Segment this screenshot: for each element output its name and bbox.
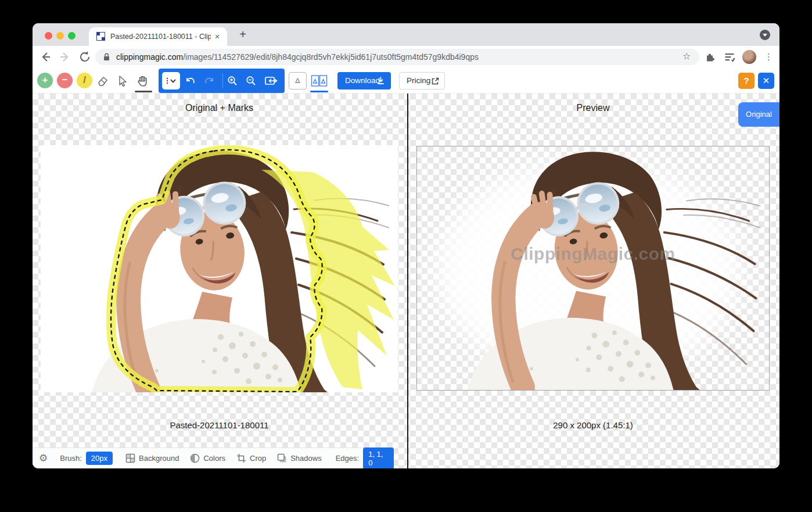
editor-close-button[interactable]: ✕ [758, 73, 774, 89]
redo-icon[interactable] [204, 75, 215, 87]
brush-label: Brush: [60, 454, 82, 463]
editor-menu-button[interactable] [162, 72, 180, 89]
url-path: /images/114527629/edit/8jh84gcjq8rd5vh7e… [183, 52, 479, 62]
zoom-fit-icon[interactable] [264, 75, 278, 87]
traffic-zoom-button[interactable] [68, 32, 76, 40]
toolbar-blue-group [159, 69, 285, 93]
brush-size-button[interactable]: 20px [86, 452, 113, 465]
download-label: Download [345, 76, 380, 85]
selected-tool-indicator [135, 91, 152, 92]
pan-hand-tool-icon[interactable] [135, 74, 150, 87]
original-photo-with-marks [41, 145, 398, 392]
toolbar-divider [222, 73, 223, 88]
profile-avatar[interactable] [742, 50, 756, 64]
lock-icon [103, 52, 110, 62]
url-domain: clippingmagic.com [116, 52, 183, 62]
left-panel-title: Original + Marks [41, 103, 398, 113]
panel-divider [407, 94, 408, 468]
right-panel-title: Preview [416, 103, 770, 113]
bookmark-star-icon[interactable]: ☆ [682, 51, 691, 62]
tab-title: Pasted-20211101-180011 - Clip [110, 27, 211, 46]
left-panel-caption: Pasted-20211101-180011 [41, 420, 398, 430]
right-panel-caption: 290 x 200px (1.45:1) [416, 420, 770, 430]
background-label[interactable]: Background [139, 454, 179, 463]
traffic-minimize-button[interactable] [56, 32, 64, 40]
single-view-icon [289, 73, 306, 89]
edges-label: Edges: [336, 454, 359, 463]
back-icon[interactable] [38, 50, 52, 64]
undo-icon[interactable] [184, 75, 196, 87]
colors-label[interactable]: Colors [203, 454, 225, 463]
edges-value-button[interactable]: 1, 1, 0 [363, 447, 394, 469]
tab-close-icon[interactable]: ✕ [212, 31, 222, 42]
preview-image-panel[interactable]: ClippingMagic.com [416, 146, 770, 391]
external-link-icon [431, 77, 439, 85]
background-icon[interactable] [125, 453, 135, 463]
eraser-tool-icon[interactable] [96, 74, 109, 87]
extensions-puzzle-icon[interactable] [704, 51, 716, 63]
browser-menu-icon[interactable]: ⋮ [764, 50, 773, 64]
shadows-label[interactable]: Shadows [290, 454, 321, 463]
forward-icon[interactable] [58, 50, 72, 64]
traffic-close-button[interactable] [45, 32, 52, 40]
reading-list-icon[interactable] [724, 51, 735, 63]
zoom-out-icon[interactable] [245, 75, 257, 87]
single-view-button[interactable] [289, 72, 307, 89]
bottom-settings-bar: ⚙ Brush: 20px Background Colors Crop Sha… [33, 447, 394, 468]
download-button[interactable]: Download [337, 72, 391, 89]
select-cursor-tool-icon[interactable] [116, 74, 129, 87]
preview-cutout-image [417, 146, 769, 390]
download-icon [376, 76, 385, 85]
shadows-icon[interactable] [277, 453, 287, 463]
watermark-text: ClippingMagic.com [417, 244, 769, 264]
mark-remove-tool[interactable]: − [57, 73, 73, 88]
pricing-button[interactable]: Pricing [399, 72, 445, 89]
browser-window: Pasted-20211101-180011 - Clip ✕ + clippi… [33, 23, 779, 468]
editor-canvas: Original + Marks Preview ClippingMagic.c… [33, 94, 779, 468]
crop-icon[interactable] [236, 453, 246, 463]
browser-navbar: clippingmagic.com/images/114527629/edit/… [33, 46, 779, 68]
menu-chevron-icon [162, 72, 180, 89]
help-button[interactable]: ? [738, 73, 754, 89]
hair-tool[interactable]: / [77, 73, 92, 88]
colors-icon[interactable] [190, 453, 200, 463]
original-image-canvas[interactable] [41, 145, 398, 392]
browser-tab[interactable]: Pasted-20211101-180011 - Clip ✕ [89, 27, 227, 46]
clippingmagic-favicon [96, 32, 105, 41]
url-text: clippingmagic.com/images/114527629/edit/… [116, 49, 674, 65]
zoom-in-icon[interactable] [227, 75, 238, 87]
reload-icon[interactable] [78, 50, 92, 64]
pricing-label: Pricing [407, 76, 430, 85]
show-original-button[interactable]: Original [738, 102, 779, 127]
url-bar[interactable]: clippingmagic.com/images/114527629/edit/… [95, 49, 699, 65]
split-view-icon [310, 72, 328, 89]
selected-view-indicator [310, 91, 328, 92]
settings-gear-icon[interactable]: ⚙ [39, 452, 48, 464]
tab-search-button[interactable] [760, 30, 770, 40]
split-view-button[interactable] [310, 72, 328, 89]
mark-keep-tool[interactable]: + [37, 73, 53, 88]
chevron-down-icon [762, 33, 768, 37]
tab-strip: Pasted-20211101-180011 - Clip ✕ + [33, 23, 779, 46]
editor-toolbar: + − / [33, 68, 779, 94]
new-tab-button[interactable]: + [235, 27, 250, 42]
crop-label[interactable]: Crop [250, 454, 266, 463]
